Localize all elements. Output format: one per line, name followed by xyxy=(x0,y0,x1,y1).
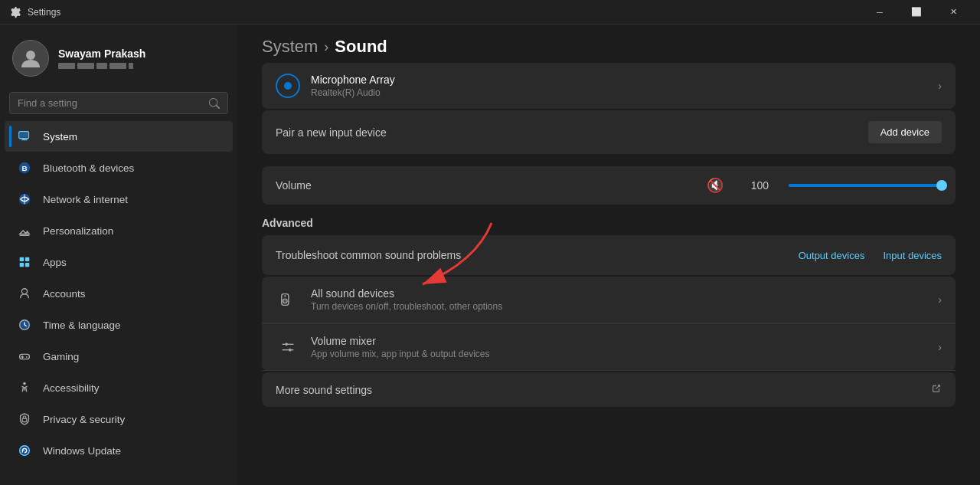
external-link-icon xyxy=(931,383,942,396)
volume-slider-fill xyxy=(789,184,942,187)
settings-icon xyxy=(9,6,21,18)
sidebar-item-label-accounts: Accounts xyxy=(43,288,86,300)
pair-label: Pair a new input device xyxy=(276,126,868,139)
all-sound-devices-sub: Turn devices on/off, troubleshoot, other… xyxy=(311,301,938,312)
bluetooth-icon: B xyxy=(17,160,32,175)
sidebar-item-accounts[interactable]: Accounts xyxy=(5,278,233,309)
volume-value: 100 xyxy=(751,179,769,192)
breadcrumb: System › Sound xyxy=(237,25,980,63)
svg-text:B: B xyxy=(21,164,27,172)
sidebar-item-system[interactable]: System xyxy=(5,121,233,152)
svg-rect-24 xyxy=(22,418,26,422)
sidebar-item-personalization[interactable]: Personalization xyxy=(5,215,233,246)
sound-devices-card: All sound devices Turn devices on/off, t… xyxy=(262,277,956,371)
titlebar: Settings ─ ⬜ ✕ xyxy=(0,0,980,25)
personalization-icon xyxy=(17,223,32,238)
sidebar-item-update[interactable]: Windows Update xyxy=(5,435,233,466)
svg-rect-11 xyxy=(25,257,29,261)
advanced-section-title: Advanced xyxy=(262,217,956,229)
svg-point-14 xyxy=(21,289,27,294)
output-devices-link[interactable]: Output devices xyxy=(799,250,865,261)
user-bars xyxy=(58,63,145,69)
sidebar-item-time[interactable]: Time & language xyxy=(5,310,233,340)
sidebar-item-label-privacy: Privacy & security xyxy=(43,414,125,425)
maximize-button[interactable]: ⬜ xyxy=(899,0,934,25)
sidebar-item-label-bluetooth: Bluetooth & devices xyxy=(43,162,134,174)
input-devices-link[interactable]: Input devices xyxy=(883,250,942,261)
sidebar-item-privacy[interactable]: Privacy & security xyxy=(5,404,233,434)
sidebar-item-network[interactable]: Network & internet xyxy=(5,184,233,215)
sidebar-item-gaming[interactable]: Gaming xyxy=(5,341,233,372)
svg-rect-12 xyxy=(20,263,24,267)
sidebar-item-label-system: System xyxy=(43,131,77,143)
apps-icon xyxy=(17,254,32,270)
volume-mixer-sub: App volume mix, app input & output devic… xyxy=(311,349,938,359)
microphone-row[interactable]: Microphone Array Realtek(R) Audio › xyxy=(262,63,956,109)
sidebar-item-label-personalization: Personalization xyxy=(43,225,113,237)
device-info: Microphone Array Realtek(R) Audio xyxy=(311,74,938,98)
search-icon xyxy=(209,98,220,109)
user-name: Swayam Prakash xyxy=(58,48,145,60)
sidebar-item-label-network: Network & internet xyxy=(43,194,128,205)
volume-mixer-row[interactable]: Volume mixer App volume mix, app input &… xyxy=(262,323,956,371)
user-bar-2 xyxy=(77,63,94,69)
device-sub: Realtek(R) Audio xyxy=(311,87,938,98)
system-icon xyxy=(17,129,32,144)
svg-point-30 xyxy=(284,295,286,297)
troubleshoot-row[interactable]: Troubleshoot common sound problems Outpu… xyxy=(262,235,956,275)
search-box[interactable] xyxy=(9,92,228,114)
add-device-button[interactable]: Add device xyxy=(868,121,942,143)
volume-label: Volume xyxy=(276,179,337,192)
volume-row: Volume 🔇 100 xyxy=(262,166,956,205)
microphone-card: Microphone Array Realtek(R) Audio › xyxy=(262,63,956,109)
sidebar-item-label-apps: Apps xyxy=(43,257,67,268)
sidebar-item-label-time: Time & language xyxy=(43,320,121,331)
close-button[interactable]: ✕ xyxy=(936,0,971,25)
accounts-icon xyxy=(17,286,32,301)
volume-slider-thumb xyxy=(936,180,947,191)
sidebar-item-label-update: Windows Update xyxy=(43,445,121,457)
minimize-button[interactable]: ─ xyxy=(862,0,897,25)
sidebar-item-apps[interactable]: Apps xyxy=(5,247,233,277)
user-section: Swayam Prakash xyxy=(0,31,237,89)
window-controls: ─ ⬜ ✕ xyxy=(862,0,971,25)
user-bar-1 xyxy=(58,63,75,69)
svg-point-0 xyxy=(26,51,35,60)
gaming-icon xyxy=(17,349,32,364)
all-sound-devices-row[interactable]: All sound devices Turn devices on/off, t… xyxy=(262,277,956,323)
mute-icon[interactable]: 🔇 xyxy=(707,177,724,194)
update-icon xyxy=(17,443,32,458)
troubleshoot-label: Troubleshoot common sound problems xyxy=(276,249,799,261)
svg-point-23 xyxy=(23,382,26,385)
advanced-links: Output devices Input devices xyxy=(799,250,942,261)
sidebar-item-label-gaming: Gaming xyxy=(43,351,79,362)
device-name: Microphone Array xyxy=(311,74,938,86)
breadcrumb-parent[interactable]: System xyxy=(262,37,318,57)
breadcrumb-current: Sound xyxy=(335,37,387,57)
mic-icon-dot xyxy=(284,82,292,90)
chevron-right-icon-2: › xyxy=(938,293,942,306)
svg-point-29 xyxy=(284,300,286,302)
all-sound-devices-title: All sound devices xyxy=(311,287,938,300)
svg-point-34 xyxy=(289,349,292,352)
svg-rect-2 xyxy=(20,133,28,138)
main-content: System › Sound Microphone Array Realtek(… xyxy=(237,25,980,485)
sidebar: Swayam Prakash xyxy=(0,25,237,485)
app-body: Swayam Prakash xyxy=(0,25,980,485)
accessibility-icon xyxy=(17,380,32,395)
volume-slider-track[interactable] xyxy=(789,184,942,187)
svg-rect-13 xyxy=(25,263,29,267)
svg-point-32 xyxy=(285,343,288,346)
sidebar-item-accessibility[interactable]: Accessibility xyxy=(5,372,233,403)
troubleshoot-card: Troubleshoot common sound problems Outpu… xyxy=(262,235,956,275)
more-sound-settings-row[interactable]: More sound settings xyxy=(262,372,956,407)
volume-card: Volume 🔇 100 xyxy=(262,166,956,205)
sidebar-item-bluetooth[interactable]: B Bluetooth & devices xyxy=(5,152,233,183)
user-bar-5 xyxy=(129,63,133,69)
user-bar-4 xyxy=(109,63,126,69)
search-input[interactable] xyxy=(18,97,203,109)
user-bar-3 xyxy=(96,63,107,69)
sidebar-item-label-accessibility: Accessibility xyxy=(43,382,100,394)
volume-mixer-title: Volume mixer xyxy=(311,335,938,347)
volume-mixer-icon xyxy=(276,335,300,359)
